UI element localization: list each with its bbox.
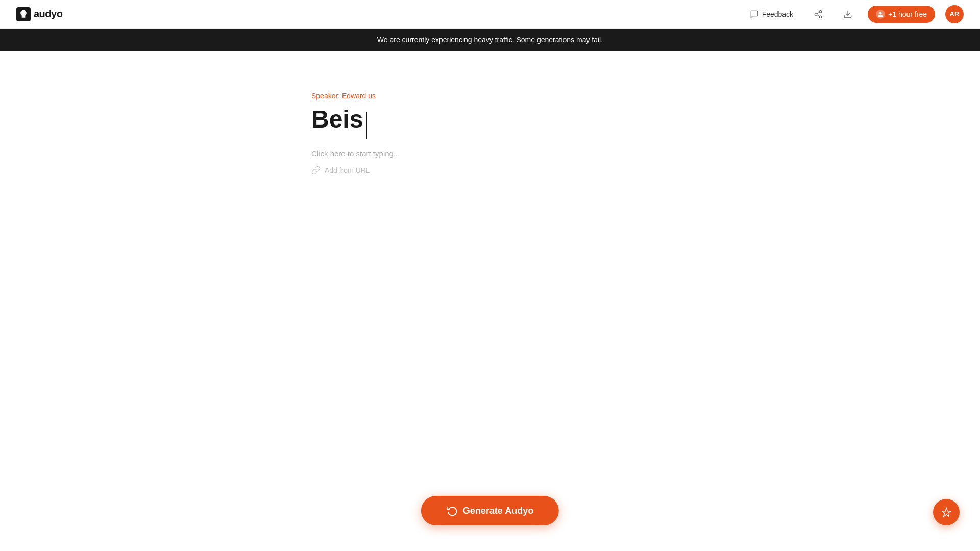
feedback-button[interactable]: Feedback <box>745 7 798 22</box>
url-input-area[interactable]: Add from URL <box>311 166 669 175</box>
avatar[interactable]: AR <box>945 5 964 23</box>
logo-text: audyo <box>34 8 62 20</box>
avatar-initials: AR <box>950 10 960 18</box>
person-icon <box>877 11 884 17</box>
title-text: Beis <box>311 106 363 133</box>
share-icon <box>814 10 823 19</box>
header-right: Feedback <box>745 5 964 23</box>
title-input-area[interactable]: Beis <box>311 106 669 139</box>
banner-message: We are currently experiencing heavy traf… <box>377 36 603 44</box>
svg-point-1 <box>815 13 817 15</box>
header: audyo Feedback <box>0 0 980 29</box>
feedback-icon <box>750 10 759 19</box>
svg-point-6 <box>879 12 882 14</box>
subtitle-placeholder[interactable]: Click here to start typing... <box>311 149 669 158</box>
content-area: Speaker: Edward us Beis Click here to st… <box>311 92 669 175</box>
feedback-label: Feedback <box>762 10 793 18</box>
upgrade-button[interactable]: +1 hour free <box>868 6 935 23</box>
generate-icon <box>447 505 458 516</box>
download-button[interactable] <box>838 7 857 22</box>
text-cursor <box>366 112 367 139</box>
svg-line-3 <box>817 15 820 16</box>
generate-button[interactable]: Generate Audyo <box>421 496 559 525</box>
fab-icon <box>941 507 952 518</box>
share-button[interactable] <box>808 7 828 22</box>
main-content: Speaker: Edward us Beis Click here to st… <box>0 51 980 549</box>
download-icon <box>843 10 852 19</box>
speaker-label[interactable]: Speaker: Edward us <box>311 92 669 100</box>
link-icon <box>311 166 321 175</box>
upgrade-plus-icon <box>876 10 885 19</box>
logo[interactable]: audyo <box>16 7 62 21</box>
url-placeholder-text: Add from URL <box>325 166 370 174</box>
logo-svg <box>18 9 29 19</box>
svg-point-0 <box>819 10 822 13</box>
generate-label: Generate Audyo <box>463 506 533 516</box>
svg-point-2 <box>819 16 822 18</box>
svg-line-4 <box>817 12 820 13</box>
fab-button[interactable] <box>933 499 960 525</box>
traffic-banner: We are currently experiencing heavy traf… <box>0 29 980 51</box>
logo-icon <box>16 7 31 21</box>
upgrade-label: +1 hour free <box>888 10 927 18</box>
